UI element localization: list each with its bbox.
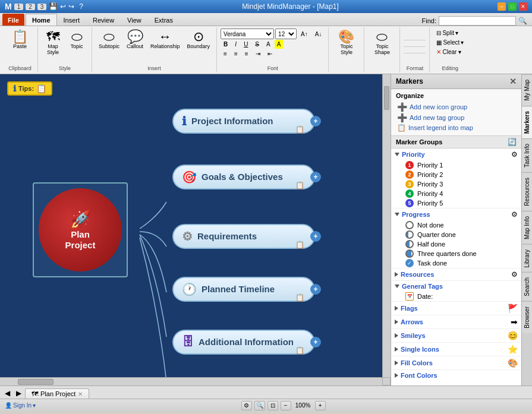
topic-node-3[interactable]: ⚙ Requirements + 📋 [172,224,315,249]
tips-expand-icon[interactable]: 📋 [36,84,46,93]
topic-4-note[interactable]: 📋 [295,293,304,302]
topic-4-plus[interactable]: + [310,284,321,295]
boundary-button[interactable]: ⊙ Boundary [184,29,213,51]
priority-group-header[interactable]: Priority ⚙ [391,148,521,160]
status-fit-button[interactable]: ⊡ [267,401,278,410]
tab-file[interactable]: File [2,14,24,26]
topic-5-note[interactable]: 📋 [295,346,304,355]
minimize-button[interactable]: – [498,2,506,11]
outdent-btn[interactable]: ⇤ [265,49,275,58]
nav-back-button[interactable]: ◀ [2,388,12,399]
resources-tab[interactable]: Resources [522,172,532,211]
search-tab[interactable]: Search [522,272,532,301]
canvas-scroll-vertical[interactable] [382,74,391,377]
strikethrough-button[interactable]: S [252,40,262,49]
relationship-button[interactable]: ↔ Relationship [147,29,183,51]
align-right-btn[interactable]: ≡ [242,49,251,58]
topic-5-plus[interactable]: + [310,337,321,347]
progress-group-header[interactable]: Progress ⚙ [391,208,521,220]
progress-three-quarters-item[interactable]: Three quarters done [391,249,521,258]
progress-task-done-item[interactable]: ✓ Task done [391,258,521,268]
smileys-group-header[interactable]: Smileys 😊 [391,328,521,342]
quick-access-undo[interactable]: ↩ [60,2,66,11]
topic-node-2[interactable]: 🎯 Goals & Objectives + 📋 [172,165,315,189]
resources-group-settings-icon[interactable]: ⚙ [511,270,518,279]
markers-close-button[interactable]: ✕ [509,77,517,86]
browser-tab[interactable]: Browser [522,301,532,333]
quick-access-save[interactable]: 💾 [49,2,58,11]
resources-group-header[interactable]: Resources ⚙ [391,268,521,280]
quick-access-help[interactable]: ? [79,2,83,11]
center-node-circle[interactable]: 🚀 PlanProject [39,188,122,271]
library-tab[interactable]: Library [522,244,532,273]
underline-button[interactable]: U [241,40,251,49]
insert-legend-button[interactable]: 📋 Insert legend into map [396,123,517,132]
general-tags-group-header[interactable]: General Tags [391,280,521,292]
center-node[interactable]: 🚀 PlanProject [33,182,128,277]
my-map-tab[interactable]: My Map [522,74,532,106]
topic-2-note[interactable]: 📋 [295,181,304,189]
sign-in-button[interactable]: 👤 Sign In ▾ [5,402,36,409]
font-size-select[interactable]: 12 [275,29,297,39]
topic-node-5[interactable]: 🗄 Additional Information + 📋 [172,330,315,355]
arrows-group-header[interactable]: Arrows ➡ [391,315,521,328]
topic-1-note[interactable]: 📋 [295,125,304,134]
paste-button[interactable]: 📋 Paste [9,29,32,51]
tab-home[interactable]: Home [26,14,57,26]
status-view-button[interactable]: 🔍 [254,401,265,410]
callout-button[interactable]: 💬 Callout [124,29,146,51]
align-left-btn[interactable]: ≡ [221,49,230,58]
priority-group-settings-icon[interactable]: ⚙ [511,150,518,159]
topic-node-1[interactable]: ℹ Project Information + 📋 [172,109,315,134]
map-info-tab[interactable]: Map Info [522,211,532,244]
fill-colors-group-header[interactable]: Fill Colors 🎨 [391,356,521,369]
maximize-button[interactable]: □ [508,2,517,11]
find-input[interactable] [439,16,516,26]
progress-quarter-item[interactable]: Quarter done [391,230,521,239]
tab-view[interactable]: View [121,14,148,26]
date-tag-item[interactable]: 📅 Date: [391,292,521,301]
tab-plan-project-close[interactable]: ✕ [78,391,83,397]
progress-group-settings-icon[interactable]: ⚙ [511,210,518,219]
tab-extras[interactable]: Extras [148,14,180,26]
add-tag-group-button[interactable]: ➕ Add new tag group [396,112,517,123]
clear-button[interactable]: ✕ Clear ▾ [433,48,467,56]
topic-3-plus[interactable]: + [310,231,321,242]
topic-style-button[interactable]: 🎨 TopicStyle [335,29,358,57]
font-increase-icon[interactable]: A↑ [298,30,311,39]
canvas-scroll-horizontal[interactable] [0,377,382,385]
add-icon-group-button[interactable]: ➕ Add new icon group [396,102,517,112]
find-icon[interactable]: 🔍 [518,17,527,25]
tab-review[interactable]: Review [86,14,121,26]
nav-forward-button[interactable]: ▶ [14,388,24,399]
task-info-tab[interactable]: Task Info [522,138,532,172]
progress-not-done-item[interactable]: Not done [391,220,521,230]
font-family-select[interactable]: Verdana [221,29,274,39]
topic-button[interactable]: ⬭ Topic [65,29,88,51]
priority-5-item[interactable]: 5 Priority 5 [391,198,521,208]
markers-tab[interactable]: Markers [522,106,532,138]
topic-1-plus[interactable]: + [310,116,321,127]
priority-2-item[interactable]: 2 Priority 2 [391,170,521,179]
priority-3-item[interactable]: 3 Priority 3 [391,179,521,189]
highlight-btn[interactable]: A [275,40,284,49]
font-colors-group-header[interactable]: Font Colors [391,369,521,381]
split-button[interactable]: ⊟ Split ▾ [433,29,467,37]
topic-shape-button[interactable]: ⬭ TopicShape [371,29,394,57]
indent-btn[interactable]: ⇥ [253,49,263,58]
tab-insert[interactable]: Insert [57,14,87,26]
topic-3-note[interactable]: 📋 [295,241,304,249]
tab-plan-project[interactable]: 🗺 Plan Project ✕ [25,388,89,399]
map-style-button[interactable]: 🗺 MapStyle [42,29,64,57]
marker-groups-refresh-icon[interactable]: 🔄 [508,138,517,146]
subtopic-button[interactable]: ⬭ Subtopic [96,29,122,51]
align-center-btn[interactable]: ≡ [231,49,241,58]
status-filter-button[interactable]: ⚙ [241,401,252,410]
italic-button[interactable]: I [232,40,240,49]
status-zoom-out-button[interactable]: − [281,401,291,410]
select-button[interactable]: ▦ Select ▾ [433,38,467,47]
font-decrease-icon[interactable]: A↓ [312,30,325,39]
flags-group-header[interactable]: Flags 🚩 [391,301,521,315]
topic-2-plus[interactable]: + [310,172,321,182]
single-icons-group-header[interactable]: Single Icons ⭐ [391,342,521,356]
